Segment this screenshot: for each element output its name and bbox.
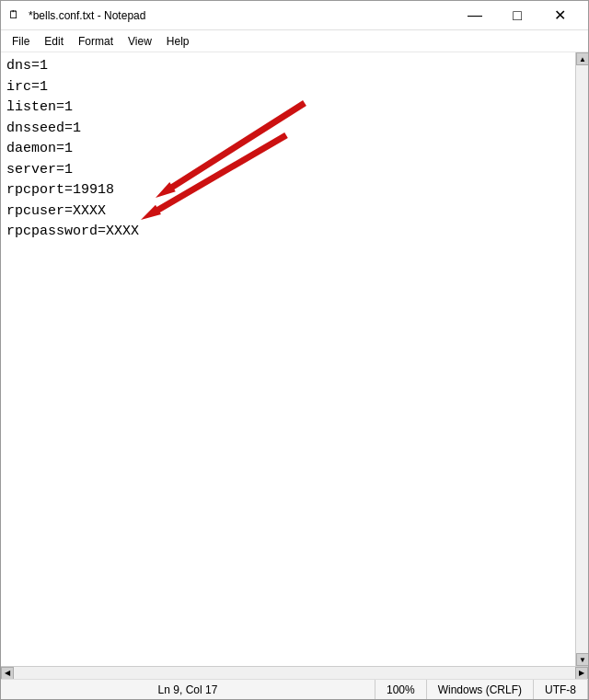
- scrollbar-down-button[interactable]: ▼: [576, 653, 588, 666]
- scrollbar-up-button[interactable]: ▲: [576, 52, 588, 65]
- menu-bar: File Edit Format View Help: [1, 30, 588, 52]
- horizontal-scrollbar[interactable]: ◀ ▶: [1, 666, 588, 679]
- text-editor[interactable]: [1, 52, 575, 666]
- app-icon: 🗒: [8, 8, 23, 23]
- scrollbar-thumb[interactable]: [576, 65, 588, 653]
- close-button[interactable]: ✕: [538, 1, 581, 30]
- minimize-button[interactable]: —: [454, 1, 496, 30]
- vertical-scrollbar[interactable]: ▲ ▼: [575, 52, 588, 666]
- menu-format[interactable]: Format: [71, 31, 121, 52]
- cursor-position: Ln 9, Col 17: [1, 680, 375, 699]
- maximize-button[interactable]: □: [496, 1, 538, 30]
- menu-file[interactable]: File: [5, 31, 37, 52]
- window-controls: — □ ✕: [454, 1, 581, 30]
- menu-edit[interactable]: Edit: [37, 31, 71, 52]
- notepad-window: 🗒 *bells.conf.txt - Notepad — □ ✕ File E…: [0, 0, 589, 700]
- status-bar: Ln 9, Col 17 100% Windows (CRLF) UTF-8: [1, 679, 588, 699]
- zoom-level: 100%: [375, 680, 427, 699]
- window-title: *bells.conf.txt - Notepad: [29, 9, 454, 22]
- scrollbar-right-button[interactable]: ▶: [575, 667, 588, 680]
- editor-container: ▲ ▼: [1, 52, 588, 666]
- line-ending: Windows (CRLF): [427, 680, 534, 699]
- menu-help[interactable]: Help: [159, 31, 197, 52]
- encoding: UTF-8: [534, 680, 588, 699]
- menu-view[interactable]: View: [121, 31, 159, 52]
- scrollbar-left-button[interactable]: ◀: [1, 667, 14, 680]
- title-bar: 🗒 *bells.conf.txt - Notepad — □ ✕: [1, 1, 588, 30]
